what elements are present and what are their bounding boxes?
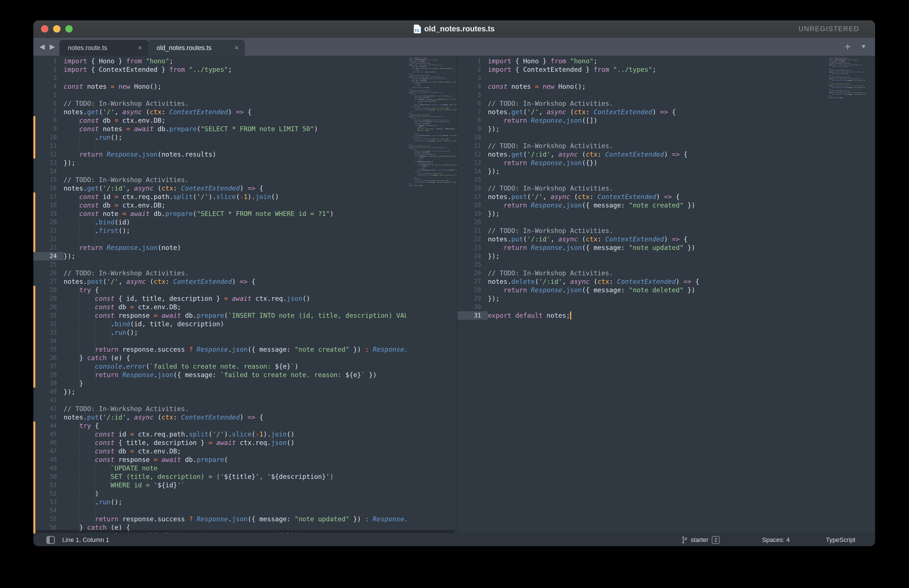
- code-line[interactable]: [488, 133, 826, 142]
- line-number[interactable]: 13: [458, 158, 488, 167]
- code-line[interactable]: return response.success ? Response.json(…: [64, 515, 406, 523]
- code-line[interactable]: [64, 91, 406, 99]
- line-number[interactable]: 23: [458, 243, 488, 252]
- code-line[interactable]: [64, 142, 406, 150]
- code-row[interactable]: 37 console.error(`failed to create note.…: [33, 362, 406, 371]
- line-number[interactable]: 41: [33, 396, 64, 404]
- code-line[interactable]: return Response.json({}): [488, 158, 826, 167]
- line-number[interactable]: 17: [33, 192, 64, 201]
- line-number[interactable]: 1: [458, 57, 488, 65]
- line-number[interactable]: 49: [33, 464, 64, 472]
- code-row[interactable]: 26// TODO: In-Workshop Activities.: [33, 269, 406, 277]
- code-row[interactable]: 3: [458, 74, 826, 82]
- code-row[interactable]: 38 return Response.json({ message: `fail…: [33, 371, 406, 379]
- code-line[interactable]: // TODO: In-Workshop Activities.: [488, 269, 826, 277]
- code-row[interactable]: 44 try {: [33, 422, 406, 430]
- code-row[interactable]: 17 const id = ctx.req.path.split('/').sl…: [33, 192, 406, 201]
- code-row[interactable]: 12notes.get('/:id', async (ctx: ContextE…: [458, 150, 826, 158]
- line-number[interactable]: 7: [33, 108, 64, 116]
- code-line[interactable]: // TODO: In-Workshop Activities.: [64, 404, 406, 413]
- code-row[interactable]: 9 const notes = await db.prepare("SELECT…: [33, 125, 406, 133]
- code-line[interactable]: const db = ctx.env.DB;: [64, 201, 406, 210]
- line-number[interactable]: 48: [33, 456, 64, 464]
- line-number[interactable]: 15: [33, 176, 64, 184]
- code-line[interactable]: import { ContextExtended } from "../type…: [64, 65, 406, 74]
- line-number[interactable]: 7: [458, 108, 488, 116]
- code-line[interactable]: import { ContextExtended } from "../type…: [488, 65, 826, 74]
- line-number[interactable]: 9: [458, 125, 488, 133]
- line-number[interactable]: 8: [33, 116, 64, 125]
- line-number[interactable]: 19: [33, 210, 64, 218]
- code-row[interactable]: 47 const db = ctx.env.DB;: [33, 447, 406, 456]
- line-number[interactable]: 46: [33, 438, 64, 447]
- code-line[interactable]: return Response.json(note): [64, 243, 406, 252]
- code-row[interactable]: 53 .run();: [33, 498, 406, 506]
- code-row[interactable]: 52 ): [33, 489, 406, 498]
- code-row[interactable]: 7notes.get('/', async (ctx: ContextExten…: [33, 108, 406, 116]
- line-number[interactable]: 20: [458, 218, 488, 226]
- code-line[interactable]: });: [488, 210, 826, 218]
- line-number[interactable]: 1: [33, 57, 64, 65]
- code-row[interactable]: 43notes.put('/:id', async (ctx: ContextE…: [33, 413, 406, 422]
- code-row[interactable]: 27notes.post('/', async (ctx: ContextExt…: [33, 277, 406, 286]
- line-number[interactable]: 34: [33, 337, 64, 345]
- line-number[interactable]: 5: [458, 91, 488, 99]
- code-row[interactable]: 9});: [458, 125, 826, 133]
- code-line[interactable]: const db = ctx.env.DB;: [64, 303, 406, 311]
- line-number[interactable]: 37: [33, 362, 64, 371]
- code-line[interactable]: [64, 167, 406, 176]
- line-number[interactable]: 31: [458, 311, 488, 320]
- code-area-right[interactable]: 1import { Hono } from "hono";2import { C…: [458, 56, 826, 533]
- editor-pane-left[interactable]: 1import { Hono } from "hono";2import { C…: [33, 56, 457, 533]
- line-number[interactable]: 24: [458, 252, 488, 260]
- code-row[interactable]: 26// TODO: In-Workshop Activities.: [458, 269, 826, 277]
- line-number[interactable]: 54: [33, 506, 64, 515]
- line-number[interactable]: 15: [458, 176, 488, 184]
- nav-forward-icon[interactable]: ▶: [48, 37, 57, 56]
- code-line[interactable]: return Response.json(notes.results): [64, 150, 406, 158]
- line-number[interactable]: 32: [33, 320, 64, 328]
- code-area-left[interactable]: 1import { Hono } from "hono";2import { C…: [33, 56, 406, 533]
- code-line[interactable]: .bind(id, title, description): [64, 320, 406, 328]
- line-number[interactable]: 18: [33, 201, 64, 210]
- line-number[interactable]: 52: [33, 489, 64, 498]
- code-row[interactable]: 39 }: [33, 379, 406, 388]
- code-line[interactable]: [488, 91, 826, 99]
- line-number[interactable]: 21: [458, 226, 488, 235]
- code-line[interactable]: });: [64, 252, 406, 260]
- code-row[interactable]: 51 WHERE id = '${id}'`: [33, 481, 406, 489]
- line-number[interactable]: 28: [33, 286, 64, 294]
- code-row[interactable]: 18 const db = ctx.env.DB;: [33, 201, 406, 210]
- line-number[interactable]: 25: [33, 260, 64, 269]
- line-number[interactable]: 16: [458, 184, 488, 192]
- code-row[interactable]: 5: [33, 91, 406, 99]
- code-row[interactable]: 36 } catch (e) {: [33, 354, 406, 362]
- code-row[interactable]: 29});: [458, 294, 826, 303]
- code-row[interactable]: 30 const db = ctx.env.DB;: [33, 303, 406, 311]
- code-row[interactable]: 4const notes = new Hono();: [33, 82, 406, 91]
- code-row[interactable]: 8 const db = ctx.env.DB;: [33, 116, 406, 125]
- sidebar-toggle-icon[interactable]: [46, 536, 55, 544]
- code-line[interactable]: return Response.json({ message: "note cr…: [488, 201, 826, 210]
- horizontal-scrollbar[interactable]: [36, 530, 455, 533]
- code-row[interactable]: 20: [458, 218, 826, 226]
- code-line[interactable]: export default notes;: [488, 311, 826, 320]
- line-number[interactable]: 38: [33, 371, 64, 379]
- code-line[interactable]: [488, 176, 826, 184]
- line-number[interactable]: 50: [33, 472, 64, 481]
- code-line[interactable]: return Response.json({ message: "note up…: [488, 243, 826, 252]
- line-number[interactable]: 20: [33, 218, 64, 226]
- code-row[interactable]: 6// TODO: In-Workshop Activities.: [33, 99, 406, 108]
- code-line[interactable]: .first();: [64, 226, 406, 235]
- line-number[interactable]: 27: [33, 277, 64, 286]
- code-line[interactable]: const response = await db.prepare(: [64, 456, 406, 464]
- code-line[interactable]: notes.put('/:id', async (ctx: ContextExt…: [64, 413, 406, 422]
- code-line[interactable]: return Response.json({ message: "note de…: [488, 286, 826, 294]
- code-line[interactable]: const id = ctx.req.path.split('/').slice…: [64, 430, 406, 438]
- code-line[interactable]: // TODO: In-Workshop Activities.: [64, 99, 406, 108]
- syntax-setting[interactable]: TypeScript: [826, 536, 855, 544]
- code-row[interactable]: 1import { Hono } from "hono";: [458, 57, 826, 65]
- code-line[interactable]: return Response.json({ message: `failed …: [64, 371, 406, 379]
- code-row[interactable]: 40});: [33, 388, 406, 396]
- line-number[interactable]: 55: [33, 515, 64, 523]
